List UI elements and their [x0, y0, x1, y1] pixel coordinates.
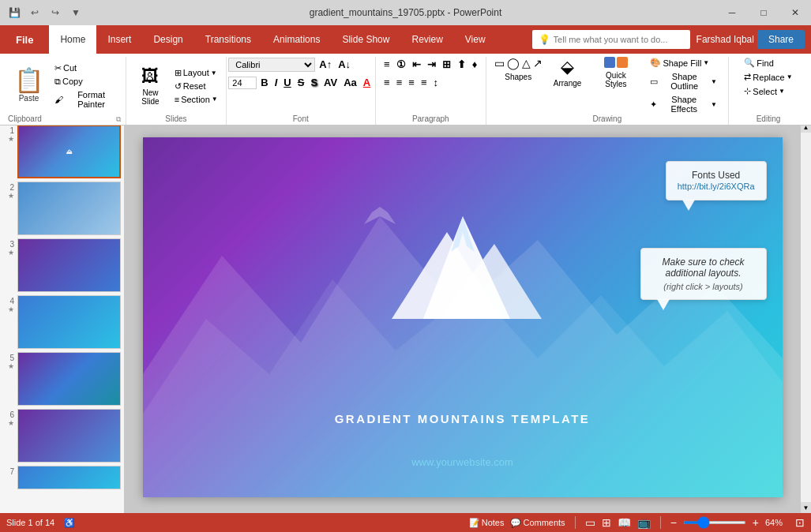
normal-view-button[interactable]: ▭: [585, 516, 595, 529]
file-tab[interactable]: File: [0, 25, 49, 54]
tab-slide-show[interactable]: Slide Show: [331, 25, 400, 54]
increase-font-size-button[interactable]: A↓: [336, 57, 353, 72]
increase-indent-button[interactable]: ⇥: [425, 57, 438, 72]
slide-thumb-6[interactable]: 6 ★: [3, 409, 121, 463]
ribbon-tab-bar: File Home Insert Design Transitions Anim…: [0, 25, 811, 54]
replace-button[interactable]: ⇄ Replace ▼: [741, 71, 795, 83]
slide-thumb-4[interactable]: 4 ★: [3, 295, 121, 349]
editing-group: 🔍 Find ⇄ Replace ▼ ⊹ Select ▼ Editing: [729, 57, 808, 125]
convert-smartart-button[interactable]: ♦: [470, 57, 480, 72]
save-button[interactable]: 💾: [6, 5, 22, 21]
tab-view[interactable]: View: [454, 25, 497, 54]
slide-thumb-1[interactable]: 1 ★ ⛰: [3, 125, 121, 178]
character-spacing-button[interactable]: AV: [321, 75, 340, 90]
clipboard-expand-icon[interactable]: ⧉: [116, 115, 121, 124]
share-button[interactable]: Share: [757, 30, 805, 49]
undo-button[interactable]: ↩: [27, 5, 43, 21]
slide-sorter-button[interactable]: ⊞: [602, 516, 611, 529]
zoom-in-button[interactable]: +: [753, 516, 759, 529]
comments-button[interactable]: 💬 Comments: [510, 518, 565, 528]
redo-button[interactable]: ↪: [47, 5, 63, 21]
tab-review[interactable]: Review: [400, 25, 453, 54]
reset-button[interactable]: ↺ Reset: [171, 81, 221, 92]
decrease-font-size-button[interactable]: A↑: [317, 57, 334, 72]
shape-fill-button[interactable]: 🎨 Shape Fill ▼: [647, 57, 720, 69]
cut-button[interactable]: ✂ Cut: [51, 62, 121, 74]
align-right-button[interactable]: ≡: [406, 75, 417, 90]
copy-button[interactable]: ⧉ Copy: [51, 76, 121, 88]
maximize-button[interactable]: □: [748, 0, 779, 25]
numbering-button[interactable]: ①: [394, 57, 408, 72]
tab-home[interactable]: Home: [49, 25, 96, 54]
underline-button[interactable]: U: [281, 75, 293, 90]
slide-panel[interactable]: 1 ★ ⛰ 2 ★ 3 ★: [0, 122, 125, 513]
paste-button[interactable]: 📋 Paste: [8, 69, 50, 103]
callout-fonts[interactable]: Fonts Usedhttp://bit.ly/2i6XQRa: [666, 161, 767, 200]
font-size-input[interactable]: [228, 77, 257, 89]
slide-title: GRADIENT MOUNTAINS TEMPLATE: [335, 412, 591, 426]
columns-button[interactable]: ⊞: [440, 57, 453, 72]
align-left-button[interactable]: ≡: [381, 75, 392, 90]
align-center-button[interactable]: ≡: [394, 75, 405, 90]
notes-button[interactable]: 📝 Notes: [469, 518, 505, 528]
shape-outline-button[interactable]: ▭ Shape Outline ▼: [647, 71, 720, 92]
zoom-slider[interactable]: [683, 521, 746, 524]
tab-animations[interactable]: Animations: [262, 25, 331, 54]
accessibility-button[interactable]: ♿: [64, 518, 75, 528]
callout-layouts[interactable]: Make sure to check additional layouts. (…: [640, 248, 767, 300]
slide-thumb-3[interactable]: 3 ★: [3, 238, 121, 292]
shapes-button[interactable]: Shapes: [501, 71, 535, 83]
painter-label: Format Painter: [65, 90, 118, 109]
change-case-button[interactable]: Aa: [341, 75, 359, 90]
slide-thumb-2[interactable]: 2 ★: [3, 182, 121, 235]
section-button[interactable]: ≡ Section ▼: [171, 94, 221, 105]
presenter-view-button[interactable]: 📺: [637, 516, 651, 529]
select-button[interactable]: ⊹ Select ▼: [741, 85, 788, 97]
shapes-area: ▭ ◯ △ ↗ Shapes: [491, 57, 546, 83]
bold-button[interactable]: B: [258, 75, 270, 90]
bullets-button[interactable]: ≡: [381, 57, 392, 72]
italic-button[interactable]: I: [272, 75, 280, 90]
format-painter-button[interactable]: 🖌 Format Painter: [51, 89, 121, 110]
decrease-indent-button[interactable]: ⇤: [410, 57, 423, 72]
justify-button[interactable]: ≡: [419, 75, 430, 90]
text-shadow-button[interactable]: S: [308, 75, 320, 90]
line-spacing-button[interactable]: ↕: [430, 75, 441, 90]
quick-access-toolbar: 💾 ↩ ↪ ▼: [0, 5, 84, 21]
layout-button[interactable]: ⊞ Layout ▼: [171, 67, 221, 79]
strikethrough-button[interactable]: S: [295, 75, 307, 90]
lightbulb-icon: 💡: [539, 34, 550, 45]
main-slide[interactable]: GRADIENT MOUNTAINS TEMPLATE www.yourwebs…: [143, 137, 783, 497]
fill-icon: 🎨: [650, 58, 661, 68]
right-scrollbar[interactable]: ▲ ▼: [800, 122, 811, 513]
slide-thumb-7[interactable]: 7: [3, 466, 121, 489]
find-button[interactable]: 🔍 Find: [741, 57, 776, 69]
font-color-button[interactable]: A: [361, 75, 373, 90]
select-icon: ⊹: [744, 86, 751, 96]
search-input[interactable]: [554, 35, 680, 44]
reset-icon: ↺: [175, 81, 182, 92]
tab-transitions[interactable]: Transitions: [194, 25, 262, 54]
tab-design[interactable]: Design: [142, 25, 193, 54]
new-slide-icon: 🖼: [141, 66, 159, 87]
find-icon: 🔍: [744, 58, 755, 68]
scroll-down-button[interactable]: ▼: [801, 502, 812, 513]
quick-styles-button[interactable]: Quick Styles: [592, 69, 639, 90]
close-button[interactable]: ✕: [779, 0, 811, 25]
text-direction-button[interactable]: ⬆: [455, 57, 468, 72]
customize-quick-access-button[interactable]: ▼: [68, 5, 84, 21]
notes-label: Notes: [482, 518, 505, 527]
shape-fill-label: Shape Fill: [663, 58, 701, 68]
tab-insert[interactable]: Insert: [96, 25, 142, 54]
minimize-button[interactable]: ─: [716, 0, 748, 25]
fit-to-window-button[interactable]: ⊡: [795, 516, 805, 529]
font-family-select[interactable]: Calibri: [228, 58, 315, 72]
reading-view-button[interactable]: 📖: [618, 516, 631, 529]
arrange-button[interactable]: Arrange: [550, 77, 585, 89]
zoom-out-button[interactable]: −: [670, 516, 677, 529]
shape-effects-button[interactable]: ✦ Shape Effects ▼: [647, 94, 720, 114]
tell-me-search[interactable]: 💡: [532, 30, 690, 49]
new-slide-button[interactable]: 🖼 New Slide: [131, 65, 170, 107]
slides-content: 🖼 New Slide ⊞ Layout ▼ ↺ Reset ≡: [131, 57, 221, 114]
slide-thumb-5[interactable]: 5 ★: [3, 352, 121, 406]
